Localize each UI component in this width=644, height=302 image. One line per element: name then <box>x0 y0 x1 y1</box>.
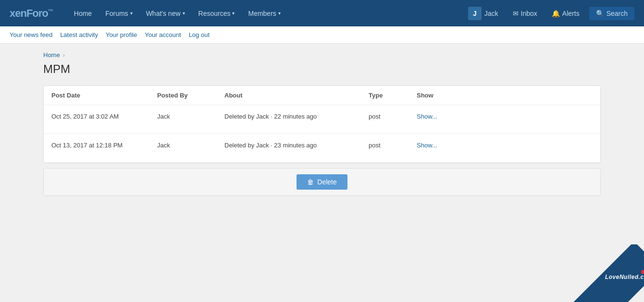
cell-about-1: Deleted by Jack · 22 minutes ago <box>224 112 369 120</box>
show-link-1[interactable]: Show... <box>417 113 437 120</box>
trash-icon: 🗑 <box>307 178 314 186</box>
cell-post-date-1: Oct 25, 2017 at 3:02 AM <box>51 112 157 120</box>
breadcrumb-separator: › <box>63 52 65 59</box>
user-avatar: J <box>468 7 482 20</box>
delete-bar: 🗑 Delete <box>43 168 601 196</box>
cell-posted-by-1: Jack <box>157 112 224 120</box>
nav-forums[interactable]: Forums▾ <box>99 0 139 26</box>
nav-home[interactable]: Home <box>67 0 99 26</box>
chevron-down-icon: ▾ <box>278 11 281 16</box>
nav-resources[interactable]: Resources▾ <box>192 0 242 26</box>
col-post-date: Post Date <box>51 92 157 99</box>
delete-button-label: Delete <box>317 178 336 186</box>
inbox-label: Inbox <box>521 10 537 17</box>
cell-posted-by-2: Jack <box>157 141 224 149</box>
bell-icon: 🔔 <box>552 10 560 17</box>
nav-members[interactable]: Members▾ <box>241 0 287 26</box>
sub-navigation: Your news feed Latest activity Your prof… <box>0 26 644 44</box>
search-label: Search <box>607 10 628 17</box>
alerts-label: Alerts <box>562 10 580 17</box>
user-menu-button[interactable]: J Jack <box>463 4 503 23</box>
col-about: About <box>224 92 369 99</box>
table-row: Oct 25, 2017 at 3:02 AM Jack Deleted by … <box>44 105 600 134</box>
nav-whats-new[interactable]: What's new▾ <box>139 0 192 26</box>
subnav-profile[interactable]: Your profile <box>106 27 137 42</box>
table-header: Post Date Posted By About Type Show <box>44 86 600 105</box>
main-card: Post Date Posted By About Type Show Oct … <box>43 85 601 163</box>
subnav-logout[interactable]: Log out <box>189 27 210 42</box>
col-type: Type <box>369 92 417 99</box>
breadcrumb-home[interactable]: Home <box>43 51 60 59</box>
subnav-latest-activity[interactable]: Latest activity <box>60 27 98 42</box>
logo-trademark: ™ <box>48 8 53 13</box>
alerts-button[interactable]: 🔔 Alerts <box>547 7 584 20</box>
top-navigation: xenForo™ Home Forums▾ What's new▾ Resour… <box>0 0 644 26</box>
chevron-down-icon: ▾ <box>130 11 133 16</box>
cell-type-1: post <box>369 112 417 120</box>
main-nav-links: Home Forums▾ What's new▾ Resources▾ Memb… <box>67 0 463 26</box>
table-row: Oct 13, 2017 at 12:18 PM Jack Deleted by… <box>44 134 600 163</box>
subnav-news-feed[interactable]: Your news feed <box>10 27 52 42</box>
page-title: MPM <box>43 62 601 76</box>
show-link-2[interactable]: Show... <box>417 142 437 149</box>
search-icon: 🔍 <box>596 10 604 17</box>
nav-right-section: J Jack ✉ Inbox 🔔 Alerts 🔍 Search <box>463 4 634 23</box>
inbox-button[interactable]: ✉ Inbox <box>508 7 542 20</box>
cell-show-1[interactable]: Show... <box>417 112 474 120</box>
search-button[interactable]: 🔍 Search <box>589 7 634 20</box>
cell-show-2[interactable]: Show... <box>417 141 474 149</box>
col-posted-by: Posted By <box>157 92 224 99</box>
logo-text1: xen <box>10 7 26 19</box>
col-show: Show <box>417 92 474 99</box>
inbox-icon: ✉ <box>513 10 519 17</box>
delete-button[interactable]: 🗑 Delete <box>297 174 347 190</box>
chevron-down-icon: ▾ <box>232 11 235 16</box>
breadcrumb: Home › <box>43 51 601 59</box>
cell-type-2: post <box>369 141 417 149</box>
cell-post-date-2: Oct 13, 2017 at 12:18 PM <box>51 141 157 149</box>
page-content: Home › MPM Post Date Posted By About Typ… <box>34 44 610 208</box>
logo-text2: Foro <box>26 7 48 19</box>
subnav-account[interactable]: Your account <box>145 27 181 42</box>
cell-about-2: Deleted by Jack · 23 minutes ago <box>224 141 369 149</box>
logo: xenForo™ <box>10 7 53 20</box>
chevron-down-icon: ▾ <box>183 11 185 16</box>
username-label: Jack <box>484 10 498 17</box>
